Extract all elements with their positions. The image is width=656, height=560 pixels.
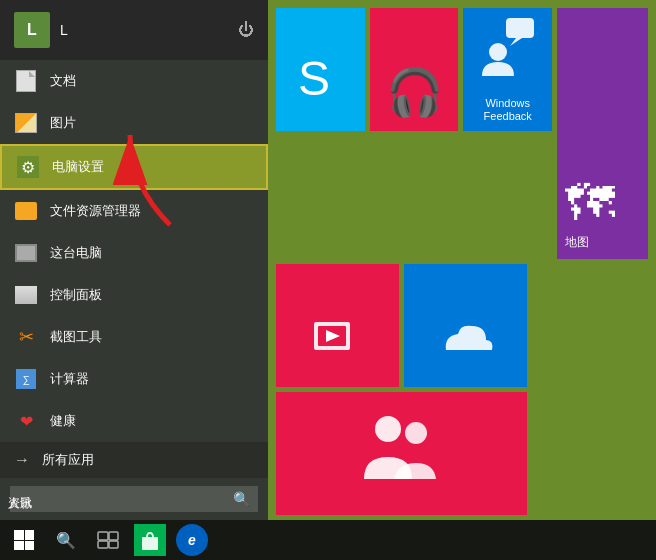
svg-rect-27 <box>109 541 118 548</box>
all-apps-label: 所有应用 <box>42 451 94 469</box>
svg-point-8 <box>375 416 401 442</box>
menu-item-pictures[interactable]: 图片 <box>0 102 268 144</box>
music-icon: 🎧 <box>386 65 443 119</box>
start-menu: L L ⏻ 文档 图片 <box>0 0 656 520</box>
tile-people[interactable]: 人脉 <box>276 392 527 515</box>
gear-icon: ⚙ <box>16 155 40 179</box>
svg-rect-20 <box>14 530 24 540</box>
monitor-icon <box>14 241 38 265</box>
menu-item-pc-settings-label: 电脑设置 <box>52 158 104 176</box>
menu-item-documents[interactable]: 文档 <box>0 60 268 102</box>
svg-marker-3 <box>510 38 522 46</box>
doc-icon <box>14 69 38 93</box>
taskbar-ie[interactable]: e <box>172 520 212 560</box>
taskbar-search[interactable]: 🔍 <box>46 520 86 560</box>
tile-skype[interactable]: S <box>276 8 365 131</box>
video-icon <box>310 316 365 375</box>
maps-icon: 🗺 <box>565 174 615 232</box>
menu-item-pictures-label: 图片 <box>50 114 76 132</box>
menu-item-documents-label: 文档 <box>50 72 76 90</box>
img-icon <box>14 111 38 135</box>
skype-icon: S <box>290 47 350 119</box>
folder-icon <box>14 199 38 223</box>
scissors-icon: ✂ <box>14 325 38 349</box>
svg-rect-26 <box>98 541 108 548</box>
tile-video[interactable] <box>276 264 399 387</box>
control-icon <box>14 283 38 307</box>
menu-item-pc-settings[interactable]: ⚙ 电脑设置 <box>0 144 268 190</box>
menu-item-health-label: 健康 <box>50 412 76 430</box>
tiles-grid: S 🎧 <box>268 0 656 520</box>
menu-item-file-explorer-label: 文件资源管理器 <box>50 202 141 220</box>
menu-item-calculator[interactable]: ∑ 计算器 <box>0 358 268 400</box>
taskbar-ie-icon: e <box>176 524 208 556</box>
all-apps-item[interactable]: → 所有应用 <box>0 442 268 478</box>
menu-item-health[interactable]: ❤ 健康 <box>0 400 268 442</box>
menu-item-snipping-tool-label: 截图工具 <box>50 328 102 346</box>
feedback-icon <box>478 14 538 93</box>
menu-item-control-panel[interactable]: 控制面板 <box>0 274 268 316</box>
user-initial: L <box>27 21 37 39</box>
tiles-row-3: 人脉 <box>276 392 648 515</box>
svg-rect-22 <box>14 541 24 550</box>
svg-text:S: S <box>298 52 330 105</box>
menu-item-calculator-label: 计算器 <box>50 370 89 388</box>
menu-item-snipping-tool[interactable]: ✂ 截图工具 <box>0 316 268 358</box>
search-icon[interactable]: 🔍 <box>233 491 250 507</box>
svg-point-4 <box>489 43 507 61</box>
menu-item-control-panel-label: 控制面板 <box>50 286 102 304</box>
menu-item-this-pc[interactable]: 这台电脑 <box>0 232 268 274</box>
power-icon[interactable]: ⏻ <box>238 21 254 39</box>
tile-maps-label: 地图 <box>565 234 589 251</box>
search-bar: 🔍 <box>10 486 258 512</box>
user-info: L L <box>14 12 68 48</box>
user-name: L <box>60 22 68 38</box>
svg-rect-2 <box>506 18 534 38</box>
search-input[interactable] <box>18 492 227 507</box>
onedrive-icon <box>436 316 496 375</box>
menu-item-file-explorer[interactable]: 文件资源管理器 <box>0 190 268 232</box>
start-button[interactable] <box>4 520 44 560</box>
people-icon <box>352 407 452 487</box>
calc-icon: ∑ <box>14 367 38 391</box>
svg-point-9 <box>405 422 427 444</box>
taskbar-store[interactable] <box>130 520 170 560</box>
svg-rect-25 <box>109 532 118 540</box>
svg-rect-24 <box>98 532 108 540</box>
tile-windows-feedback[interactable]: WindowsFeedback <box>463 8 552 131</box>
tile-maps[interactable]: 🗺 地图 <box>557 8 648 259</box>
tile-windows-feedback-label: WindowsFeedback <box>484 97 532 123</box>
svg-rect-21 <box>25 530 34 540</box>
tile-music[interactable]: 🎧 <box>370 8 459 131</box>
menu-items-list: 文档 图片 ⚙ 电脑设置 文件资源管理器 <box>0 60 268 478</box>
arrow-icon: → <box>14 451 30 469</box>
taskbar-store-icon <box>134 524 166 556</box>
svg-rect-23 <box>25 541 34 550</box>
tiles-row-2 <box>276 264 648 387</box>
taskbar: 🔍 e <box>0 520 656 560</box>
health-icon: ❤ <box>14 409 38 433</box>
avatar[interactable]: L <box>14 12 50 48</box>
svg-rect-28 <box>142 537 158 550</box>
tile-onedrive[interactable] <box>404 264 527 387</box>
taskbar-taskview[interactable] <box>88 520 128 560</box>
tiles-row-1: S 🎧 <box>276 8 648 259</box>
menu-item-this-pc-label: 这台电脑 <box>50 244 102 262</box>
user-header: L L ⏻ <box>0 0 268 60</box>
left-panel: L L ⏻ 文档 图片 <box>0 0 268 520</box>
